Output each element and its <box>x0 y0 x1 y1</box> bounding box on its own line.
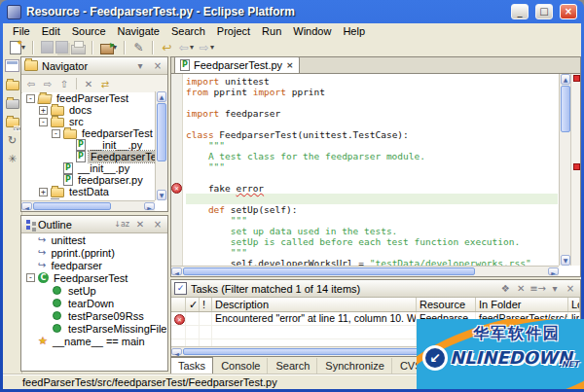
navigator-shortcut-icon[interactable] <box>4 77 20 93</box>
menu-help[interactable]: Help <box>337 24 371 38</box>
tree-item-testdata[interactable]: +testData <box>22 186 155 197</box>
save-all-icon[interactable] <box>54 40 70 54</box>
resource-perspective-icon[interactable] <box>5 59 19 72</box>
menu-source[interactable]: Source <box>66 24 112 38</box>
scroll-up-icon[interactable]: ▲ <box>157 91 166 102</box>
forward-icon[interactable]: ⇨ <box>196 40 212 54</box>
code-line-15[interactable]: set up data used in the tests. <box>186 226 558 236</box>
minimize-button[interactable]: _ <box>511 4 529 19</box>
link-editor-icon[interactable]: ⇄ <box>98 77 112 90</box>
tree-item-name-main[interactable]: ★__name__ == main <box>22 335 166 347</box>
close-icon[interactable]: × <box>564 282 577 296</box>
back-icon[interactable]: ⇦ <box>24 77 38 90</box>
scroll-down-icon[interactable]: ▼ <box>561 255 570 266</box>
code-line-10[interactable] <box>186 172 558 183</box>
tasks-column-lo[interactable]: Lo <box>568 298 580 311</box>
tasks-column-icon[interactable] <box>171 298 186 311</box>
scroll-left-icon[interactable]: ◄ <box>21 202 32 210</box>
tree-item-src[interactable]: -src <box>22 116 155 127</box>
tasks-column-item[interactable]: ✓ <box>186 298 200 311</box>
error-marker-icon[interactable] <box>171 183 182 194</box>
scroll-down-icon[interactable]: ▼ <box>157 190 166 200</box>
scroll-thumb[interactable] <box>33 202 111 210</box>
navigator-menu-caret-icon[interactable]: ▾ <box>133 59 147 73</box>
code-line-16[interactable]: setUp is called before each test functio… <box>186 236 558 247</box>
tree-item-teardown[interactable]: tearDown <box>22 297 166 309</box>
print-icon[interactable] <box>70 40 87 54</box>
twisty-minus-icon[interactable]: - <box>39 118 48 126</box>
code-line-14[interactable]: """ <box>186 215 558 226</box>
menu-run[interactable]: Run <box>256 24 287 38</box>
scroll-right-icon[interactable]: ► <box>548 267 559 275</box>
tasks-column-item[interactable]: ! <box>200 298 212 311</box>
code-line-1[interactable]: import unittest <box>186 76 558 87</box>
maximize-button[interactable]: □ <box>535 4 553 19</box>
team-shortcut-icon[interactable]: ✳ <box>4 151 20 167</box>
scroll-up-icon[interactable]: ▲ <box>561 74 570 85</box>
filter-icon[interactable]: ≡→ <box>529 282 546 296</box>
editor-hscrollbar[interactable]: ◄ ► <box>171 266 559 276</box>
editor-tab-feedparsertest[interactable]: FeedparserTest.py × <box>174 56 300 73</box>
code-line-9[interactable]: """ <box>186 161 558 172</box>
pencil-icon[interactable]: ✎ <box>130 40 147 54</box>
browsing-shortcut-icon[interactable] <box>4 95 20 112</box>
tab-tasks[interactable]: Tasks <box>170 357 213 374</box>
scroll-right-icon[interactable]: ► <box>144 202 155 210</box>
scroll-left-icon[interactable]: ◄ <box>171 348 182 355</box>
tree-item-feedparser[interactable]: ↪feedparser <box>22 259 166 271</box>
twisty-plus-icon[interactable]: + <box>39 188 48 196</box>
tree-item-testparse09rss[interactable]: testParse09Rss <box>22 309 166 322</box>
error-overview-mark[interactable] <box>573 163 580 170</box>
menu-navigate[interactable]: Navigate <box>112 24 165 38</box>
tree-item-pprint-pprint[interactable]: ↪pprint.(pprint) <box>22 246 166 259</box>
twisty-minus-icon[interactable]: - <box>52 129 60 138</box>
tasks-column-resource[interactable]: Resource <box>417 298 476 311</box>
code-line-7[interactable]: """ <box>186 140 558 151</box>
up-icon[interactable]: ⇧ <box>57 77 71 90</box>
overview-ruler[interactable] <box>570 74 580 266</box>
last-edit-location-icon[interactable]: ↩ <box>159 40 175 54</box>
tree-item-setup[interactable]: setUp <box>22 284 166 297</box>
navigator-vscrollbar[interactable]: ▲ ▼ <box>155 91 167 200</box>
code-line-13[interactable]: def setUp(self): <box>186 204 558 215</box>
tree-item-unittest[interactable]: ↪unittest <box>22 233 166 246</box>
tree-item-feedparsertest-py[interactable]: FeedparserTest.py <box>22 151 155 162</box>
outline-close-icon[interactable]: × <box>151 218 164 232</box>
code-line-6[interactable]: class FeedparserTest(unittest.TestCase): <box>186 129 558 140</box>
code-line-3[interactable] <box>186 97 558 108</box>
editor-area[interactable]: import unittestfrom pprint import pprint… <box>170 73 581 277</box>
tree-item-feedparsertest[interactable]: -feedparserTest <box>22 127 155 139</box>
tree-item-init-py[interactable]: __init__.py <box>22 162 155 174</box>
twisty-plus-icon[interactable]: + <box>39 106 48 115</box>
tab-synchronize[interactable]: Synchronize <box>318 358 392 374</box>
navigator-hscrollbar[interactable]: ◄ ► <box>21 200 155 211</box>
collapse-all-icon[interactable]: ✕ <box>133 218 147 232</box>
delete-completed-icon[interactable]: ✕ <box>514 282 528 296</box>
tree-item-init-py[interactable]: __init__.py <box>22 139 155 151</box>
tasks-header[interactable]: ✓ Tasks (Filter matched 1 of 14 items) ❖… <box>171 280 580 298</box>
title-bar[interactable]: Resource - FeedparserTest.py - Eclipse P… <box>3 0 581 23</box>
navigator-close-icon[interactable]: × <box>151 59 164 73</box>
tasks-column-in-folder[interactable]: In Folder <box>476 298 568 311</box>
code-line-8[interactable]: A test class for the feedparser module. <box>186 151 558 161</box>
code-line-17[interactable]: """ <box>186 247 558 258</box>
collapse-all-icon[interactable]: ✕ <box>82 77 95 90</box>
menu-file[interactable]: File <box>7 24 36 38</box>
new-task-icon[interactable]: ❖ <box>498 282 512 296</box>
code-line-12[interactable] <box>186 194 558 204</box>
code-line-2[interactable]: from pprint import pprint <box>186 87 558 97</box>
tasks-column-description[interactable]: Description <box>212 298 417 311</box>
back-icon[interactable]: ⇦ <box>175 40 192 54</box>
tab-search[interactable]: Search <box>269 358 317 374</box>
view-menu-caret-icon[interactable]: ▾ <box>548 282 562 296</box>
scroll-thumb[interactable] <box>561 86 570 132</box>
tree-item-docs[interactable]: +docs <box>22 104 155 116</box>
scroll-thumb[interactable] <box>157 103 166 161</box>
run-external-tools-icon[interactable] <box>98 40 115 54</box>
tree-item-project[interactable]: .project <box>22 197 155 199</box>
twisty-minus-icon[interactable]: - <box>26 273 35 282</box>
menu-window[interactable]: Window <box>287 24 337 38</box>
tree-item-feedparsertest[interactable]: -feedParserTest <box>22 92 155 104</box>
scroll-left-icon[interactable]: ◄ <box>171 267 182 275</box>
menu-search[interactable]: Search <box>165 24 211 38</box>
